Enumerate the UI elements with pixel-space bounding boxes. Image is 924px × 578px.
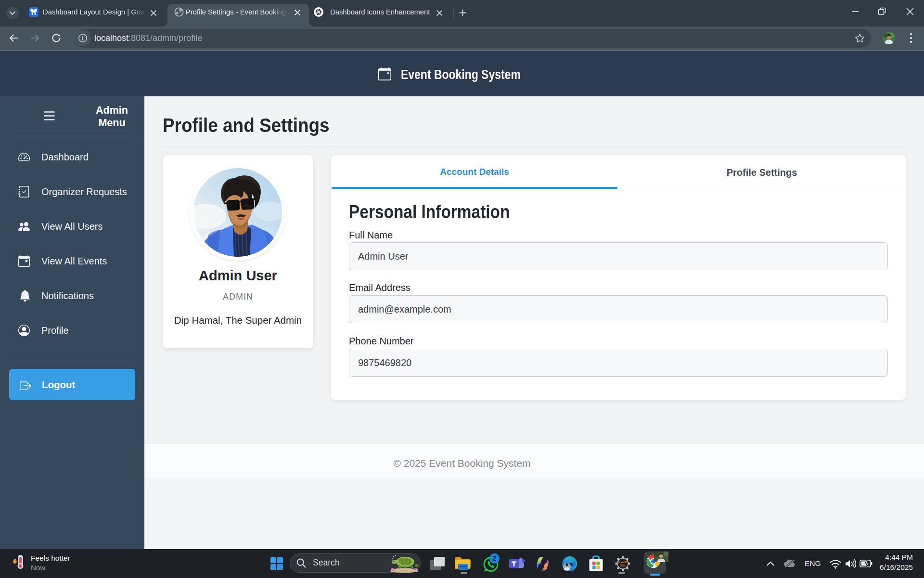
svg-text:IDE: IDE: [620, 564, 625, 567]
svg-text:Java EE: Java EE: [617, 561, 628, 564]
